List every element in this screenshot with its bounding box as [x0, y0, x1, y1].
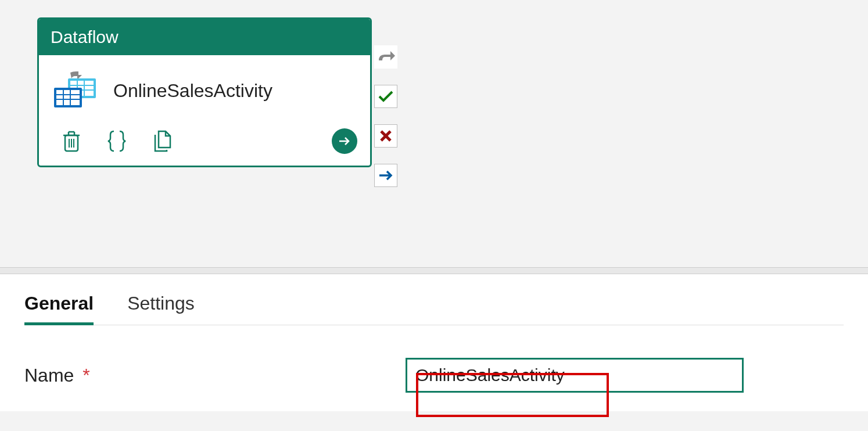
trash-icon [62, 130, 81, 153]
activity-type-label: Dataflow [39, 19, 370, 55]
activity-body: OnlineSalesActivity [39, 55, 370, 117]
x-icon [379, 129, 393, 143]
tab-settings[interactable]: Settings [127, 293, 195, 325]
on-success-button[interactable] [374, 85, 397, 108]
activity-side-buttons [374, 45, 397, 187]
required-indicator: * [83, 365, 89, 386]
arrow-right-icon [338, 135, 351, 148]
tabs: General Settings [24, 293, 844, 325]
code-button[interactable] [103, 127, 131, 155]
tab-general[interactable]: General [24, 293, 94, 325]
activity-toolbar [39, 117, 370, 166]
expand-button[interactable] [332, 128, 357, 154]
properties-panel: General Settings Name * [0, 274, 868, 411]
name-label-text: Name [24, 365, 74, 386]
svg-rect-7 [56, 90, 80, 105]
arrow-right-icon [378, 169, 393, 182]
dataflow-icon [52, 70, 98, 111]
name-input[interactable] [406, 358, 744, 393]
delete-button[interactable] [58, 127, 85, 155]
name-label: Name * [24, 365, 406, 386]
copy-icon [152, 129, 173, 153]
pipeline-canvas[interactable]: Dataflow Onlin [0, 0, 868, 267]
on-completion-button[interactable] [374, 164, 397, 187]
panel-divider[interactable] [0, 267, 868, 274]
redo-icon [376, 50, 395, 64]
check-icon [378, 89, 394, 103]
copy-button[interactable] [148, 127, 176, 155]
activity-card-dataflow[interactable]: Dataflow Onlin [37, 17, 372, 167]
on-failure-button[interactable] [374, 124, 397, 148]
form-row-name: Name * [24, 358, 844, 393]
on-skip-button[interactable] [374, 45, 397, 69]
braces-icon [106, 129, 128, 153]
activity-name: OnlineSalesActivity [113, 80, 272, 102]
